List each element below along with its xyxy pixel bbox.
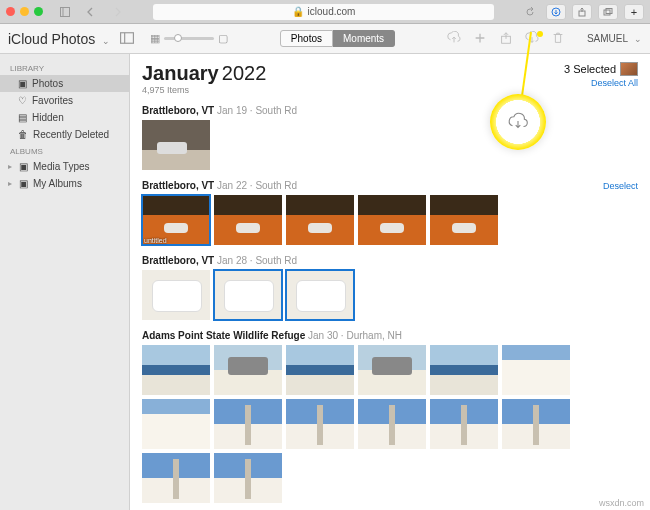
reload-button[interactable] xyxy=(520,4,540,20)
url-text: icloud.com xyxy=(308,6,356,17)
thumbnail-row xyxy=(142,270,638,320)
share-icon[interactable] xyxy=(499,31,513,47)
browser-chrome: 🔒 icloud.com + xyxy=(0,0,650,24)
sidebar-item-photos[interactable]: ▣Photos xyxy=(0,75,129,92)
photo-thumbnail[interactable] xyxy=(214,345,282,395)
group-location: Brattleboro, VT xyxy=(142,255,214,266)
chevron-down-icon: ⌄ xyxy=(102,36,110,46)
group-header: Brattleboro, VT Jan 19 · South Rd xyxy=(142,105,638,116)
photo-thumbnail[interactable] xyxy=(502,345,570,395)
forward-button[interactable] xyxy=(107,4,127,20)
upload-icon[interactable] xyxy=(447,31,461,47)
content-area[interactable]: January 2022 4,975 Items 3 Selected Dese… xyxy=(130,54,650,510)
add-icon[interactable] xyxy=(473,31,487,47)
photo-thumbnail[interactable] xyxy=(286,270,354,320)
sidebar-icon: ♡ xyxy=(18,95,27,106)
photo-thumbnail[interactable] xyxy=(502,399,570,449)
photo-thumbnail[interactable] xyxy=(358,195,426,245)
photo-group: Adams Point State Wildlife Refuge Jan 30… xyxy=(142,330,638,503)
photo-thumbnail[interactable] xyxy=(430,195,498,245)
window-controls xyxy=(6,7,43,16)
zoom-window-button[interactable] xyxy=(34,7,43,16)
close-window-button[interactable] xyxy=(6,7,15,16)
photo-thumbnail[interactable] xyxy=(214,195,282,245)
selection-thumbnail-icon xyxy=(620,62,638,76)
disclosure-icon[interactable]: ▸ xyxy=(8,162,14,171)
sidebar-toggle-icon[interactable] xyxy=(120,32,140,46)
tab-moments[interactable]: Moments xyxy=(333,30,395,47)
photo-thumbnail[interactable] xyxy=(430,399,498,449)
thumbnail-row xyxy=(142,120,638,170)
photo-thumbnail[interactable] xyxy=(142,453,210,503)
downloads-icon[interactable] xyxy=(546,4,566,20)
sidebar-item-recently-deleted[interactable]: 🗑Recently Deleted xyxy=(0,126,129,143)
toolbar-actions: SAMUEL⌄ xyxy=(447,31,642,47)
main-layout: Library ▣Photos♡Favorites▤Hidden🗑Recentl… xyxy=(0,54,650,510)
deselect-all-link[interactable]: Deselect All xyxy=(564,78,638,88)
sidebar-section-library: Library xyxy=(0,60,129,75)
tab-photos[interactable]: Photos xyxy=(280,30,333,47)
sidebar-item-label: My Albums xyxy=(33,178,82,189)
tabs-icon[interactable] xyxy=(598,4,618,20)
disclosure-icon[interactable]: ▸ xyxy=(8,179,14,188)
address-bar[interactable]: 🔒 icloud.com xyxy=(153,4,494,20)
sidebar: Library ▣Photos♡Favorites▤Hidden🗑Recentl… xyxy=(0,54,130,510)
thumbnail-size-slider[interactable]: ▦ ▢ xyxy=(150,32,228,45)
group-date: Jan 30 xyxy=(308,330,338,341)
svg-rect-6 xyxy=(121,32,134,43)
photo-group: Brattleboro, VT Jan 28 · South Rd xyxy=(142,255,638,320)
photo-thumbnail[interactable] xyxy=(142,399,210,449)
svg-rect-4 xyxy=(604,10,610,15)
user-menu[interactable]: SAMUEL⌄ xyxy=(587,33,642,44)
sidebar-item-label: Media Types xyxy=(33,161,90,172)
photo-thumbnail[interactable] xyxy=(142,345,210,395)
photo-thumbnail[interactable] xyxy=(142,120,210,170)
photo-thumbnail[interactable] xyxy=(358,345,426,395)
app-label: Photos xyxy=(52,31,96,47)
trash-icon[interactable] xyxy=(551,31,565,47)
photo-thumbnail[interactable] xyxy=(286,345,354,395)
group-location: Adams Point State Wildlife Refuge xyxy=(142,330,305,341)
sidebar-browser-icon[interactable] xyxy=(55,4,75,20)
group-deselect-link[interactable]: Deselect xyxy=(603,181,638,191)
photo-thumbnail[interactable] xyxy=(430,345,498,395)
photo-thumbnail[interactable] xyxy=(286,195,354,245)
group-header: Brattleboro, VT Jan 22 · South RdDeselec… xyxy=(142,180,638,191)
back-button[interactable] xyxy=(81,4,101,20)
grid-large-icon: ▢ xyxy=(218,32,228,45)
photo-thumbnail[interactable] xyxy=(214,453,282,503)
watermark: wsxdn.com xyxy=(599,498,644,508)
sidebar-item-label: Photos xyxy=(32,78,63,89)
sidebar-item-my-albums[interactable]: ▸▣My Albums xyxy=(0,175,129,192)
sidebar-item-media-types[interactable]: ▸▣Media Types xyxy=(0,158,129,175)
group-location: Brattleboro, VT xyxy=(142,180,214,191)
group-location: Brattleboro, VT xyxy=(142,105,214,116)
svg-rect-5 xyxy=(606,8,612,13)
sidebar-icon: ▣ xyxy=(18,78,27,89)
app-title[interactable]: iCloud Photos ⌄ xyxy=(8,31,110,47)
photo-group: Brattleboro, VT Jan 22 · South RdDeselec… xyxy=(142,180,638,245)
sidebar-item-favorites[interactable]: ♡Favorites xyxy=(0,92,129,109)
group-sublocation: · Durham, NH xyxy=(341,330,402,341)
photo-thumbnail[interactable] xyxy=(358,399,426,449)
photo-thumbnail[interactable] xyxy=(214,270,282,320)
item-count: 4,975 Items xyxy=(142,85,266,95)
sidebar-item-hidden[interactable]: ▤Hidden xyxy=(0,109,129,126)
chevron-down-icon: ⌄ xyxy=(634,34,642,44)
photo-thumbnail[interactable] xyxy=(142,270,210,320)
new-tab-button[interactable]: + xyxy=(624,4,644,20)
photo-thumbnail[interactable] xyxy=(214,399,282,449)
lock-icon: 🔒 xyxy=(292,6,304,17)
photo-thumbnail[interactable]: untitled xyxy=(142,195,210,245)
sidebar-item-label: Hidden xyxy=(32,112,64,123)
month-heading: January 2022 xyxy=(142,62,266,85)
annotation-dot xyxy=(537,31,543,37)
selection-count: 3 Selected xyxy=(564,62,638,76)
thumbnail-row: untitled xyxy=(142,195,638,245)
minimize-window-button[interactable] xyxy=(20,7,29,16)
group-date: Jan 22 xyxy=(217,180,247,191)
photo-thumbnail[interactable] xyxy=(286,399,354,449)
share-browser-icon[interactable] xyxy=(572,4,592,20)
svg-rect-0 xyxy=(61,7,70,16)
folder-icon: ▣ xyxy=(19,178,28,189)
